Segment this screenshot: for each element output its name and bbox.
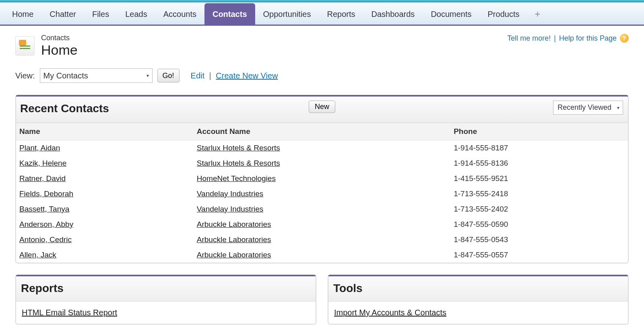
account-name-link[interactable]: Starlux Hotels & Resorts <box>197 159 280 167</box>
tools-title: Tools <box>333 282 363 294</box>
account-name-link[interactable]: Vandelay Industries <box>197 189 263 198</box>
recent-filter-value: Recently Viewed <box>557 103 611 112</box>
table-row: Allen, JackArbuckle Laboratories1-847-55… <box>16 247 628 263</box>
account-name-link[interactable]: HomeNet Technologies <box>197 174 276 183</box>
recent-contacts-panel: Recent Contacts New Recently Viewed Name… <box>15 95 629 263</box>
tab-reports[interactable]: Reports <box>319 3 363 25</box>
contact-name-link[interactable]: Bassett, Tanya <box>19 205 69 213</box>
tab-home[interactable]: Home <box>4 3 41 25</box>
account-name-link[interactable]: Arbuckle Laboratories <box>197 251 271 259</box>
contact-name-link[interactable]: Fields, Deborah <box>19 189 73 198</box>
contact-name-link[interactable]: Anderson, Abby <box>19 220 73 228</box>
phone-cell: 1-914-555-8187 <box>450 140 628 156</box>
tab-documents[interactable]: Documents <box>423 3 479 25</box>
account-name-link[interactable]: Starlux Hotels & Resorts <box>197 144 280 152</box>
tab-accounts[interactable]: Accounts <box>155 3 204 25</box>
recent-contacts-table: Name Account Name Phone Plant, AidanStar… <box>16 123 628 263</box>
tab-dashboards[interactable]: Dashboards <box>363 3 423 25</box>
contact-name-link[interactable]: Antonio, Cedric <box>19 235 72 244</box>
view-row: View: My Contacts Go! Edit | Create New … <box>15 68 629 83</box>
create-view-link[interactable]: Create New View <box>216 71 278 80</box>
table-row: Ratner, DavidHomeNet Technologies1-415-5… <box>16 171 628 186</box>
account-name-link[interactable]: Arbuckle Laboratories <box>197 235 271 244</box>
view-select[interactable]: My Contacts <box>40 68 153 83</box>
tab-files[interactable]: Files <box>84 3 117 25</box>
tools-panel: Tools Import My Accounts & Contacts <box>328 275 629 325</box>
account-name-link[interactable]: Arbuckle Laboratories <box>197 220 271 228</box>
tab-contacts[interactable]: Contacts <box>204 3 255 25</box>
column-header-name[interactable]: Name <box>16 123 194 140</box>
view-label: View: <box>15 71 35 80</box>
contact-name-link[interactable]: Ratner, David <box>19 174 66 183</box>
page-title: Home <box>41 42 78 58</box>
table-row: Antonio, CedricArbuckle Laboratories1-84… <box>16 232 628 247</box>
table-row: Bassett, TanyaVandelay Industries1-713-5… <box>16 202 628 217</box>
nav-tabs: Home Chatter Files Leads Accounts Contac… <box>0 2 644 26</box>
tab-chatter[interactable]: Chatter <box>41 3 84 25</box>
page-header: Contacts Home Tell me more! | Help for t… <box>15 34 629 58</box>
go-button[interactable]: Go! <box>157 69 180 82</box>
contacts-icon <box>15 36 35 56</box>
column-header-account[interactable]: Account Name <box>194 123 450 140</box>
phone-cell: 1-847-555-0557 <box>450 247 628 263</box>
contact-name-link[interactable]: Plant, Aidan <box>19 144 60 152</box>
reports-panel: Reports HTML Email Status Report <box>15 275 316 325</box>
tell-me-more-link[interactable]: Tell me more! <box>507 34 551 43</box>
reports-title: Reports <box>21 282 64 294</box>
tool-link-import[interactable]: Import My Accounts & Contacts <box>334 308 446 317</box>
help-for-page-link[interactable]: Help for this Page <box>559 34 617 43</box>
tab-products[interactable]: Products <box>480 3 528 25</box>
view-select-value: My Contacts <box>43 71 88 80</box>
view-separator: | <box>209 71 211 80</box>
header-separator: | <box>554 34 556 43</box>
table-row: Fields, DeborahVandelay Industries1-713-… <box>16 186 628 202</box>
tab-leads[interactable]: Leads <box>117 3 155 25</box>
table-row: Anderson, AbbyArbuckle Laboratories1-847… <box>16 217 628 232</box>
recent-contacts-title: Recent Contacts <box>20 102 109 115</box>
page-subtitle: Contacts <box>41 34 78 42</box>
contact-name-link[interactable]: Allen, Jack <box>19 251 56 259</box>
phone-cell: 1-847-555-0590 <box>450 217 628 232</box>
table-row: Kazik, HeleneStarlux Hotels & Resorts1-9… <box>16 156 628 171</box>
phone-cell: 1-847-555-0543 <box>450 232 628 247</box>
phone-cell: 1-914-555-8136 <box>450 156 628 171</box>
recent-filter-select[interactable]: Recently Viewed <box>553 101 623 115</box>
table-row: Plant, AidanStarlux Hotels & Resorts1-91… <box>16 140 628 156</box>
report-link-html-email[interactable]: HTML Email Status Report <box>22 308 117 317</box>
column-header-phone[interactable]: Phone <box>450 123 628 140</box>
tab-add-button[interactable]: + <box>527 4 547 25</box>
contact-name-link[interactable]: Kazik, Helene <box>19 159 66 167</box>
edit-view-link[interactable]: Edit <box>191 71 204 80</box>
help-icon[interactable]: ? <box>620 34 629 43</box>
phone-cell: 1-713-555-2402 <box>450 202 628 217</box>
phone-cell: 1-415-555-9521 <box>450 171 628 186</box>
tab-opportunities[interactable]: Opportunities <box>255 3 319 25</box>
phone-cell: 1-713-555-2418 <box>450 186 628 202</box>
account-name-link[interactable]: Vandelay Industries <box>197 205 263 213</box>
new-contact-button[interactable]: New <box>309 101 335 113</box>
